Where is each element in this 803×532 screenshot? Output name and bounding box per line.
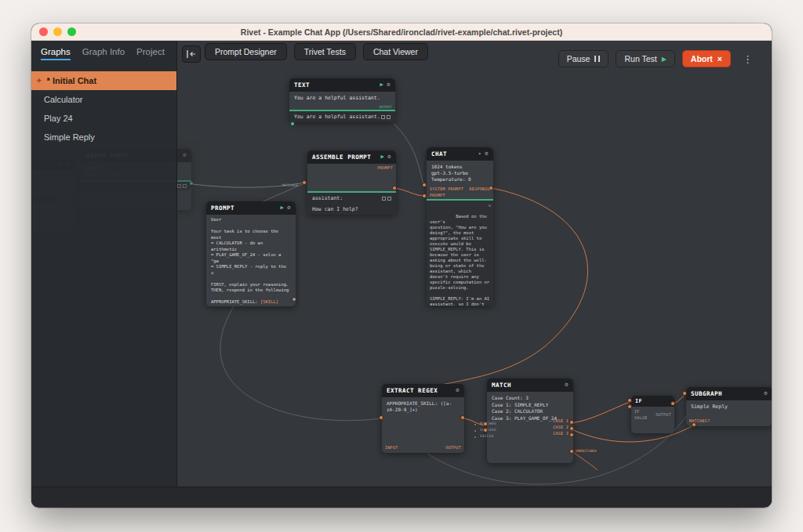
port-subgraph-in[interactable] xyxy=(682,391,687,396)
zoom-window-button[interactable] xyxy=(67,27,76,36)
port-if-in[interactable] xyxy=(627,398,632,403)
node-assemble-row2: How can I help? xyxy=(307,204,396,215)
pause-icon xyxy=(594,56,600,62)
expand-icon[interactable]: ⇲ xyxy=(488,202,491,208)
gear-icon[interactable]: ⚙ xyxy=(565,382,569,388)
body-line: = PLAY_GAME_OF_24 - solve a "ga xyxy=(211,252,291,264)
skill-line: APPROPRIATE_SKILL: [SKILL] xyxy=(211,299,291,306)
port-match-case2-out[interactable] xyxy=(569,426,574,431)
node-prompt[interactable]: PROMPT ▶⚙ User Your task is to choose th… xyxy=(206,201,296,306)
gear-icon[interactable]: ⚙ xyxy=(485,151,489,157)
skill-value: [SKILL] xyxy=(260,299,278,304)
node-chat[interactable]: CHAT ✦⚙ 1024 tokens gpt-3.5-turbo Temper… xyxy=(427,147,493,306)
wire-text-chat xyxy=(394,124,423,185)
copy-icon[interactable] xyxy=(382,197,386,201)
failed-port-label: FAILED xyxy=(480,434,494,438)
case-port-label: CASE 3 xyxy=(553,430,569,436)
sidebar-tab-graph-info[interactable]: Graph Info xyxy=(82,47,125,60)
body-line: User xyxy=(211,217,291,223)
expand-icon[interactable] xyxy=(387,197,391,201)
gear-icon[interactable]: ⚙ xyxy=(287,205,291,211)
spark-icon[interactable]: ✦ xyxy=(478,151,482,157)
port-prompt-out[interactable] xyxy=(292,297,296,302)
node-match[interactable]: MATCH ⚙ Case Count: 3 Case 1: SIMPLE_REP… xyxy=(487,378,573,463)
port-match-case1-out[interactable] xyxy=(569,420,574,425)
overflow-menu-button[interactable]: ⋮ xyxy=(738,52,758,67)
port-extract-succeed[interactable] xyxy=(474,429,477,432)
node-subgraph-header: SUBGRAPH ⚙ xyxy=(686,387,772,400)
node-extract-port-labels: INPUT OUTPUT xyxy=(382,445,464,453)
port-chat-prompt-in[interactable] xyxy=(422,194,427,198)
sidebar-item-simple-reply[interactable]: Simple Reply xyxy=(31,128,176,147)
node-if[interactable]: IF IF VALUE OUTPUT xyxy=(631,396,674,433)
run-test-button[interactable]: Run Test▶ xyxy=(616,50,674,67)
port-extract-out[interactable] xyxy=(460,415,465,420)
gear-icon[interactable]: ⚙ xyxy=(456,388,460,393)
sidebar-tab-project[interactable]: Project xyxy=(136,47,165,60)
node-text[interactable]: TEXT ▶⚙ You are a helpful assistant. OUT… xyxy=(289,78,395,122)
port-if-out[interactable] xyxy=(670,401,675,406)
node-text-body: You are a helpful assistant. xyxy=(289,92,395,105)
port-assemble-prompt-out[interactable] xyxy=(392,186,397,190)
output-port-label: OUTPUT xyxy=(656,412,671,417)
port-text-out[interactable] xyxy=(290,121,295,126)
copy-icon[interactable] xyxy=(177,184,181,188)
node-chat-output[interactable]: ⇲ Based on the user's question, "How are… xyxy=(427,201,493,306)
node-assemble-header: ASSEMBLE PROMPT ▶⚙ xyxy=(307,150,396,164)
port-match-test-in[interactable] xyxy=(483,422,488,426)
node-title: CHAT xyxy=(431,150,447,157)
port-subgraph-matches-in[interactable] xyxy=(692,422,696,427)
app-content: ▶⚙ GRAPH INPUT ⚙ xyxy=(31,41,772,507)
port-match-case3-out[interactable] xyxy=(569,432,574,437)
regex-pattern: APPROPRIATE_SKILL: ([a-zA-Z0-9_]+) xyxy=(382,397,464,445)
chat-output-text: Based on the user's question, "How are y… xyxy=(430,214,489,306)
gear-icon[interactable]: ⚙ xyxy=(387,82,391,88)
port-match-unmatched-out[interactable] xyxy=(569,449,574,454)
close-window-button[interactable] xyxy=(39,27,48,36)
play-icon[interactable]: ▶ xyxy=(380,82,384,88)
sidebar-item-calculator[interactable]: Calculator xyxy=(31,90,176,109)
gear-icon[interactable]: ⚙ xyxy=(764,391,768,396)
sidebar-item-play-24[interactable]: Play 24 xyxy=(31,109,176,128)
sidebar-toggle-button[interactable] xyxy=(182,45,201,63)
port-graph-input-out[interactable] xyxy=(189,181,194,186)
node-title: ASSEMBLE PROMPT xyxy=(312,154,371,161)
subgraph-name: Simple Reply xyxy=(691,404,728,410)
port-chat-system-in[interactable] xyxy=(422,183,427,187)
pause-button[interactable]: Pause xyxy=(558,50,609,67)
node-subgraph[interactable]: SUBGRAPH ⚙ Simple Reply MATCHES? xyxy=(686,387,772,426)
port-assemble-message-in[interactable] xyxy=(302,180,307,185)
expand-icon[interactable] xyxy=(183,184,187,188)
output-value: You are a helpful assistant. xyxy=(294,114,380,120)
node-match-header: MATCH ⚙ xyxy=(487,378,573,392)
tab-prompt-designer[interactable]: Prompt Designer xyxy=(205,43,287,60)
message-port-label: MESSAGE xyxy=(271,183,299,187)
node-extract-regex[interactable]: EXTRACT REGEX ⚙ APPROPRIATE_SKILL: ([a-z… xyxy=(382,384,464,453)
port-extract-matched[interactable] xyxy=(474,423,477,426)
sidebar-item-initial-chat[interactable]: ✦ * Initial Chat xyxy=(31,71,176,90)
response-port-label: RESPONSE xyxy=(470,186,490,191)
play-icon[interactable]: ▶ xyxy=(381,154,385,160)
minimize-window-button[interactable] xyxy=(53,27,62,36)
node-text-header: TEXT ▶⚙ xyxy=(289,78,395,92)
port-extract-in[interactable] xyxy=(379,415,383,420)
node-text-output-row: You are a helpful assistant. xyxy=(289,111,395,122)
copy-icon[interactable] xyxy=(381,115,385,119)
tab-chat-viewer[interactable]: Chat Viewer xyxy=(363,43,428,60)
play-icon[interactable]: ▶ xyxy=(281,205,285,211)
sidebar-tab-graphs[interactable]: Graphs xyxy=(41,47,71,60)
port-match-value-in[interactable] xyxy=(483,428,488,432)
body-line xyxy=(211,276,291,282)
info-line: Temperature: 0 xyxy=(431,176,489,183)
port-if-value-in[interactable] xyxy=(627,404,632,409)
port-extract-failed[interactable] xyxy=(474,436,477,439)
window-titlebar[interactable]: Rivet - Example Chat App (/Users/Shared/… xyxy=(31,24,772,41)
run-controls: Pause Run Test▶ Abort× ⋮ xyxy=(558,50,758,67)
node-assemble-prompt[interactable]: ASSEMBLE PROMPT ▶⚙ PROMPT assistant: How… xyxy=(307,150,396,215)
expand-icon[interactable] xyxy=(387,115,391,119)
abort-button[interactable]: Abort× xyxy=(682,50,731,67)
tab-trivet-tests[interactable]: Trivet Tests xyxy=(294,43,356,60)
port-chat-response-out[interactable] xyxy=(489,186,493,190)
gear-icon[interactable]: ⚙ xyxy=(387,154,391,160)
gear-icon[interactable]: ⚙ xyxy=(183,153,187,158)
